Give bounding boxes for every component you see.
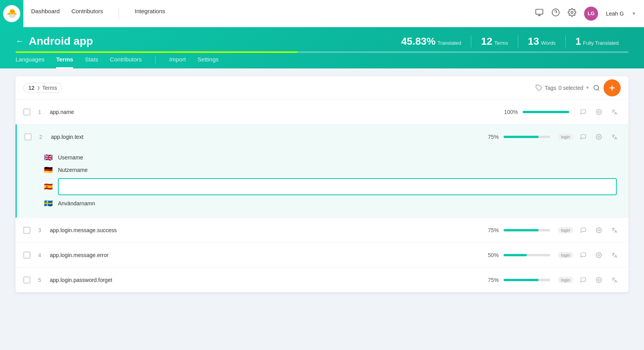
term-settings-btn-5[interactable] <box>593 274 605 286</box>
svg-point-11 <box>598 111 600 113</box>
user-avatar[interactable]: LG <box>584 7 598 21</box>
term-row-4: 4 app.login.message.error 50% login <box>16 243 628 268</box>
top-navigation: 🐣 Dashboard Contributors Integrations LG… <box>0 0 644 27</box>
term-actions-4 <box>577 249 621 261</box>
stat-words-label: Words <box>541 40 555 46</box>
tab-contributors[interactable]: Contributors <box>110 56 142 68</box>
term-key-5: app.login.password.forget <box>50 277 476 283</box>
svg-point-7 <box>594 85 598 90</box>
term-pct-2: 75% <box>476 134 499 140</box>
term-comment-btn-2[interactable] <box>577 131 590 143</box>
term-settings-btn-1[interactable] <box>593 106 605 118</box>
term-row: 1 app.name 100% <box>16 100 628 124</box>
terms-count-label: Terms <box>42 85 57 91</box>
tags-dropdown-icon: ▼ <box>586 86 590 90</box>
terms-count-badge[interactable]: 12 ❯ Terms <box>23 83 62 93</box>
term-key-3: app.login.message.success <box>50 227 476 233</box>
translation-en-value: Username <box>58 154 83 161</box>
help-icon[interactable] <box>551 8 560 19</box>
translation-en: 🇬🇧 Username <box>44 153 617 162</box>
tab-languages[interactable]: Languages <box>16 56 44 68</box>
term-checkbox-5[interactable] <box>23 276 30 284</box>
nav-dashboard[interactable]: Dashboard <box>31 8 60 19</box>
stat-pct-number: 45.83% <box>401 35 435 47</box>
back-button[interactable]: ← <box>16 36 24 46</box>
tab-terms[interactable]: Terms <box>56 56 73 68</box>
stat-fully-number: 1 <box>576 35 581 47</box>
flag-sv: 🇸🇪 <box>44 199 53 208</box>
tab-divider <box>155 56 156 64</box>
add-term-button[interactable] <box>604 79 621 96</box>
project-header: ← Android app 45.83% Translated 12 Terms… <box>0 27 644 68</box>
term-settings-btn-4[interactable] <box>593 249 605 261</box>
svg-line-8 <box>598 89 599 90</box>
nav-contributors[interactable]: Contributors <box>71 8 103 19</box>
stat-words-number: 13 <box>528 35 539 47</box>
term-tag-2: login <box>558 134 573 140</box>
stat-terms: 12 Terms <box>471 35 518 47</box>
project-title: Android app <box>29 35 93 47</box>
term-translations-2: 🇬🇧 Username 🇩🇪 Nutzername 🇪🇸 🇸🇪 Användar… <box>17 149 628 217</box>
monitor-icon[interactable] <box>535 8 544 19</box>
term-number-4: 4 <box>38 252 50 258</box>
term-comment-btn-4[interactable] <box>577 249 590 261</box>
term-comment-btn-1[interactable] <box>577 106 590 118</box>
term-progress-5 <box>504 279 550 281</box>
tab-settings[interactable]: Settings <box>198 56 219 68</box>
terms-panel: 12 ❯ Terms Tags 0 selected ▼ 1 app.name <box>16 76 628 292</box>
term-progress-4 <box>504 254 550 256</box>
stat-translated: 45.83% Translated <box>391 35 471 47</box>
tags-filter[interactable]: Tags 0 selected ▼ <box>535 84 590 91</box>
nav-right: LG Leah G ▼ <box>535 7 636 21</box>
tab-import[interactable]: Import <box>169 56 186 68</box>
term-translate-btn-3[interactable] <box>608 224 621 236</box>
svg-point-5 <box>571 11 573 14</box>
term-checkbox-4[interactable] <box>23 252 30 259</box>
term-settings-btn-2[interactable] <box>593 131 605 143</box>
stat-terms-number: 12 <box>481 35 492 47</box>
search-button[interactable] <box>590 81 604 95</box>
logo-container: 🐣 <box>0 0 23 27</box>
nav-divider <box>119 8 119 19</box>
svg-point-13 <box>598 229 600 231</box>
terms-chevron-icon: ❯ <box>37 86 40 90</box>
term-number-2: 2 <box>39 134 51 140</box>
settings-icon[interactable] <box>568 8 576 19</box>
project-tabs: Languages Terms Stats Contributors Impor… <box>16 56 628 68</box>
user-name[interactable]: Leah G <box>606 10 624 17</box>
term-pct-3: 75% <box>476 227 499 233</box>
term-translate-btn-2[interactable] <box>608 131 621 143</box>
translation-sv: 🇸🇪 Användarnamn <box>44 199 617 208</box>
term-pct-1: 100% <box>495 109 518 115</box>
term-checkbox-1[interactable] <box>23 108 30 116</box>
logo-icon: 🐣 <box>3 5 20 22</box>
term-row-expanded: 2 app.login.text 75% login <box>16 124 628 218</box>
user-dropdown-icon[interactable]: ▼ <box>632 11 636 16</box>
translation-es-input[interactable] <box>58 178 617 195</box>
term-actions-3 <box>577 224 621 236</box>
tags-icon <box>535 84 542 91</box>
term-progress-fill-2 <box>504 136 539 138</box>
project-stats: 45.83% Translated 12 Terms 13 Words 1 Fu… <box>391 35 628 47</box>
term-row-2-main: 2 app.login.text 75% login <box>17 124 628 149</box>
term-comment-btn-5[interactable] <box>577 274 590 286</box>
term-translate-btn-1[interactable] <box>608 106 621 118</box>
term-tag-3: login <box>558 227 573 233</box>
translation-de-value: Nutzername <box>58 167 88 173</box>
term-comment-btn-3[interactable] <box>577 224 590 236</box>
stat-words: 13 Words <box>518 35 566 47</box>
header-progress-bar <box>16 51 628 53</box>
term-number-3: 3 <box>38 227 50 233</box>
term-settings-btn-3[interactable] <box>593 224 605 236</box>
nav-integrations[interactable]: Integrations <box>135 8 165 19</box>
header-progress-fill <box>16 51 298 53</box>
stat-pct-label: Translated <box>437 40 461 46</box>
svg-rect-0 <box>536 9 543 14</box>
tab-stats[interactable]: Stats <box>85 56 98 68</box>
term-checkbox-3[interactable] <box>23 227 30 234</box>
term-translate-btn-4[interactable] <box>608 249 621 261</box>
term-actions-1 <box>577 106 621 118</box>
term-translate-btn-5[interactable] <box>608 274 621 286</box>
tags-selected-count: 0 selected <box>558 85 583 91</box>
term-checkbox-2[interactable] <box>25 133 32 140</box>
